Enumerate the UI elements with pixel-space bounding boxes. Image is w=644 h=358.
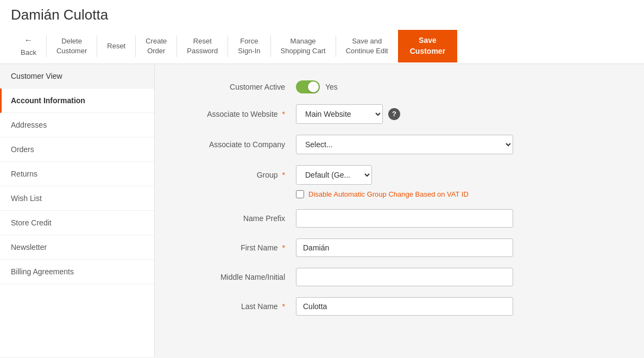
group-row: Group * Default (Ge...	[176, 165, 622, 185]
back-icon: ←	[24, 34, 33, 46]
associate-website-help-icon[interactable]: ?	[388, 108, 400, 120]
sidebar-item-returns[interactable]: Returns	[0, 162, 154, 186]
sidebar: Customer View Account Information Addres…	[0, 64, 155, 357]
sidebar-item-store-credit[interactable]: Store Credit	[0, 211, 154, 235]
name-prefix-label: Name Prefix	[176, 214, 296, 223]
save-customer-button[interactable]: Save Customer	[398, 30, 457, 62]
last-name-control	[296, 297, 622, 316]
vat-checkbox-row: Disable Automatic Group Change Based on …	[296, 190, 622, 198]
sidebar-item-wish-list[interactable]: Wish List	[0, 186, 154, 211]
back-button[interactable]: ← Back	[11, 29, 46, 64]
sidebar-item-account-information[interactable]: Account Information	[0, 89, 154, 113]
associate-company-control: Select...	[296, 135, 622, 154]
content-area: Customer View Account Information Addres…	[0, 64, 644, 357]
customer-active-label: Customer Active	[176, 83, 296, 91]
name-prefix-control	[296, 209, 622, 228]
associate-company-row: Associate to Company Select...	[176, 135, 622, 154]
page-header: Damián Culotta ← Back Delete Customer Re…	[0, 0, 644, 64]
sidebar-item-orders[interactable]: Orders	[0, 137, 154, 162]
vat-checkbox[interactable]	[296, 190, 304, 198]
customer-active-row: Customer Active Yes	[176, 80, 622, 93]
customer-active-value: Yes	[325, 83, 338, 91]
first-name-control	[296, 238, 622, 257]
delete-customer-button[interactable]: Delete Customer	[47, 30, 97, 62]
group-label: Group *	[176, 171, 296, 179]
first-name-row: First Name *	[176, 238, 622, 257]
last-name-row: Last Name *	[176, 297, 622, 316]
middle-name-label: Middle Name/Initial	[176, 273, 296, 281]
associate-company-label: Associate to Company	[176, 140, 296, 149]
customer-active-toggle[interactable]	[296, 80, 320, 93]
name-prefix-input[interactable]	[296, 209, 513, 228]
customer-active-control: Yes	[296, 80, 622, 93]
sidebar-item-addresses[interactable]: Addresses	[0, 113, 154, 137]
first-name-label: First Name *	[176, 243, 296, 252]
associate-website-control: Main Website ?	[296, 104, 622, 124]
last-name-input[interactable]	[296, 297, 513, 316]
middle-name-control	[296, 268, 622, 286]
associate-company-select[interactable]: Select...	[296, 135, 513, 154]
manage-cart-button[interactable]: Manage Shopping Cart	[271, 30, 336, 62]
sidebar-item-billing-agreements[interactable]: Billing Agreements	[0, 260, 154, 284]
group-select[interactable]: Default (Ge...	[296, 165, 372, 185]
last-name-label: Last Name *	[176, 302, 296, 311]
sidebar-item-newsletter[interactable]: Newsletter	[0, 235, 154, 260]
save-continue-button[interactable]: Save and Continue Edit	[336, 30, 398, 62]
middle-name-row: Middle Name/Initial	[176, 268, 622, 286]
toolbar: ← Back Delete Customer Reset Create Orde…	[11, 29, 633, 64]
force-signin-button[interactable]: Force Sign-In	[228, 30, 270, 62]
middle-name-input[interactable]	[296, 268, 513, 286]
first-name-input[interactable]	[296, 238, 513, 257]
page-title: Damián Culotta	[11, 7, 633, 29]
reset-button[interactable]: Reset	[97, 30, 135, 62]
sidebar-item-customer-view[interactable]: Customer View	[0, 64, 154, 89]
associate-website-select[interactable]: Main Website	[296, 104, 383, 124]
associate-website-label: Associate to Website *	[176, 110, 296, 118]
vat-checkbox-label: Disable Automatic Group Change Based on …	[308, 190, 469, 198]
create-order-button[interactable]: Create Order	[136, 30, 176, 62]
main-content: Customer Active Yes Associate to Website…	[155, 64, 644, 357]
reset-password-button[interactable]: Reset Password	[177, 30, 228, 62]
group-control: Default (Ge...	[296, 165, 622, 185]
name-prefix-row: Name Prefix	[176, 209, 622, 228]
associate-website-row: Associate to Website * Main Website ?	[176, 104, 622, 124]
